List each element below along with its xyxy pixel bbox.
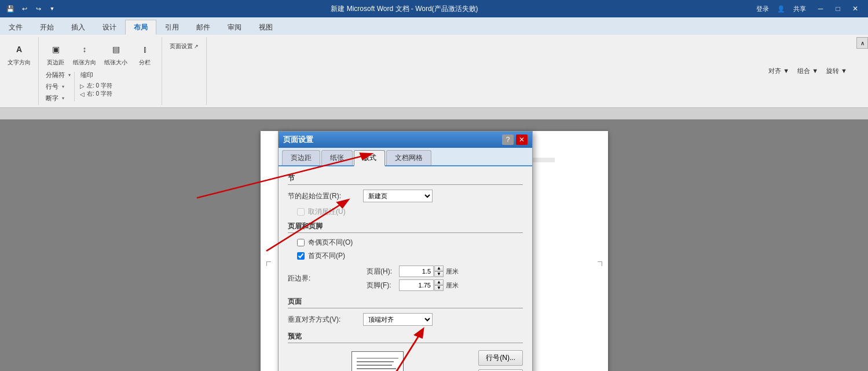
header-input[interactable] [399,265,434,277]
section-start-select-wrap: 新建页 连续 奇数页 偶数页 [363,190,433,202]
tab-file[interactable]: 文件 [0,20,31,35]
size-btn[interactable]: ▤ 纸张大小 [101,38,130,68]
tab-home[interactable]: 开始 [31,20,63,35]
ruler [0,108,868,119]
quick-access-toolbar: 💾 ↩ ↪ ▼ [5,3,58,14]
tab-insert[interactable]: 插入 [63,20,94,35]
ribbon-content: A 文字方向 ▣ 页边距 ↕ 纸张方向 ▤ 纸张大小 [0,35,868,107]
hyphenation-arrow[interactable]: ▾ [62,96,64,101]
group-btn[interactable]: 组合 ▼ [795,66,821,77]
window-title: 新建 Microsoft Word 文档 - Word(产品激活失败) [58,4,751,14]
share-icon: 👤 [775,3,787,14]
document-area: 页面设置 ? ✕ 页边距 纸张 版式 文档网格 节 节的起始位置(R): 新建页… [0,108,868,371]
breaks-btn[interactable]: 分隔符 [43,70,67,81]
preview-section: 预览 [288,332,523,371]
ribbon-right-group: 对齐 ▼ 组合 ▼ 旋转 ▼ [766,37,854,105]
section-start-select[interactable]: 新建页 连续 奇数页 偶数页 [363,190,433,202]
columns-icon: ⫿ [135,40,154,59]
text-direction-label: 文字方向 [8,59,31,67]
columns-btn[interactable]: ⫿ 分栏 [133,38,157,68]
line-numbers-btn[interactable]: 行号 [43,81,61,92]
tab-view[interactable]: 视图 [250,20,281,35]
indent-right-label: ◁ [80,91,85,97]
header-spin-up[interactable]: ▲ [434,265,444,271]
login-btn[interactable]: 登录 [751,3,774,14]
dialog-title: 页面设置 [283,134,313,145]
header-spin-down[interactable]: ▼ [434,271,444,277]
rotate-btn[interactable]: 旋转 ▼ [824,66,849,77]
shrink-group: 缩印 ▷ 左: 0 字符 ◁ 右: 0 字符 [78,70,114,99]
section-start-label: 节的起始位置(R): [288,191,363,201]
footer-input-wrap: ▲ ▼ 厘米 [399,279,459,291]
hyphenation-btn[interactable]: 断字 [43,93,61,104]
distance-section: 距边界: 页眉(H): ▲ ▼ 厘米 [288,265,523,291]
cancel-footnote-label: 取消尾注(U) [308,207,346,217]
tab-design[interactable]: 设计 [94,20,125,35]
customize-icon[interactable]: ▼ [46,3,58,14]
margins-icon: ▣ [46,40,65,59]
margins-btn[interactable]: ▣ 页边距 [43,38,68,68]
preview-title: 预览 [288,332,523,343]
dialog-tab-grid[interactable]: 文档网格 [386,150,431,165]
header-input-wrap: ▲ ▼ 厘米 [399,265,459,277]
columns-label: 分栏 [139,59,151,67]
cancel-footnote-checkbox[interactable] [297,208,305,216]
footer-label: 页脚(F): [367,281,395,290]
save-icon[interactable]: 💾 [5,3,16,14]
vertical-align-wrap: 顶端对齐 居中对齐 两端对齐 底端对齐 [363,313,433,326]
footer-spin-up[interactable]: ▲ [434,279,444,285]
collapse-ribbon-btn[interactable]: ∧ [856,37,868,49]
dialog-close-btn[interactable]: ✕ [516,134,528,145]
vertical-align-label: 垂直对齐方式(V): [288,315,363,325]
orientation-btn[interactable]: ↕ 纸张方向 [70,38,99,68]
dialog-body: 节 节的起始位置(R): 新建页 连续 奇数页 偶数页 取消尾注(U) 页眉和页… [279,166,532,371]
dialog-titlebar: 页面设置 ? ✕ [279,132,532,148]
dialog-tab-margins[interactable]: 页边距 [282,150,320,165]
orientation-label: 纸张方向 [73,59,96,67]
cancel-footnote-row: 取消尾注(U) [288,207,523,217]
odd-even-checkbox[interactable] [297,239,305,246]
share-btn[interactable]: 共享 [788,3,811,14]
odd-even-row: 奇偶页不同(O) [288,238,523,248]
page-section-title: 页面 [288,297,523,308]
page-setup-dialog: 页面设置 ? ✕ 页边距 纸张 版式 文档网格 节 节的起始位置(R): 新建页… [278,131,533,371]
dialog-tab-layout[interactable]: 版式 [354,150,385,166]
indent-left-label: ▷ [80,83,85,89]
group-margins: ▣ 页边距 ↕ 纸张方向 ▤ 纸张大小 ⫿ 分栏 [39,37,162,105]
vertical-align-select[interactable]: 顶端对齐 居中对齐 两端对齐 底端对齐 [363,313,433,326]
dialog-help-btn[interactable]: ? [502,134,514,145]
minimize-btn[interactable]: ─ [812,3,829,14]
tab-layout[interactable]: 布局 [125,20,156,35]
align-btn[interactable]: 对齐 ▼ [766,66,792,77]
first-diff-checkbox[interactable] [297,252,305,260]
group-page-setup: 页面设置 ↗ [162,37,207,105]
line-numbers-btn[interactable]: 行号(N)... [478,350,523,366]
ribbon-tabs: 文件 开始 插入 设计 布局 引用 邮件 审阅 视图 [0,17,868,35]
distance-fields: 页眉(H): ▲ ▼ 厘米 页脚(F): [367,265,459,291]
first-diff-label: 首页不同(P) [308,251,345,261]
tab-mailings[interactable]: 邮件 [188,20,219,35]
undo-icon[interactable]: ↩ [19,3,30,14]
redo-icon[interactable]: ↪ [32,3,44,14]
tab-review[interactable]: 审阅 [219,20,250,35]
section-title: 节 [288,173,523,185]
dialog-tabs: 页边距 纸张 版式 文档网格 [279,148,532,166]
indent-left-value: 左: 0 字符 [87,82,112,90]
line-numbers-arrow[interactable]: ▾ [62,84,64,89]
text-direction-icon: A [10,40,28,59]
footer-spin-down[interactable]: ▼ [434,285,444,291]
breaks-group: 分隔符 ▾ 行号 ▾ 断字 ▾ [43,70,71,104]
close-btn[interactable]: ✕ [847,3,863,14]
size-icon: ▤ [107,40,125,59]
tab-references[interactable]: 引用 [156,20,188,35]
odd-even-label: 奇偶页不同(O) [308,238,353,248]
restore-btn[interactable]: □ [830,3,846,14]
page-setup-launcher[interactable]: 页面设置 ↗ [167,38,202,52]
text-direction-btn[interactable]: A 文字方向 [5,38,34,68]
footer-input[interactable] [399,279,434,291]
window-controls: 登录 👤 共享 ─ □ ✕ [751,3,863,14]
breaks-arrow[interactable]: ▾ [68,72,71,78]
shrink-btn[interactable]: 缩印 [78,70,96,81]
dialog-tab-paper[interactable]: 纸张 [321,150,353,165]
header-footer-title: 页眉和页脚 [288,221,523,233]
